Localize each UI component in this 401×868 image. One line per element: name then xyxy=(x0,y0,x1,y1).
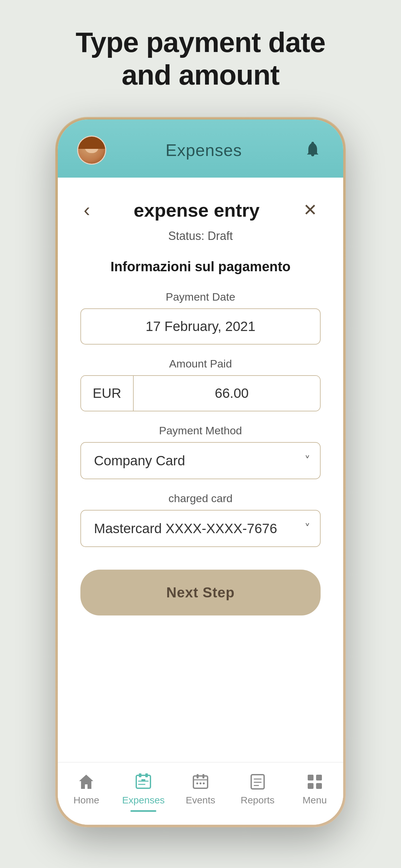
svg-rect-21 xyxy=(316,783,322,789)
nav-menu-label: Menu xyxy=(303,795,327,806)
svg-rect-15 xyxy=(254,779,261,779)
payment-date-field-group: Payment Date xyxy=(81,290,320,345)
svg-rect-2 xyxy=(139,773,142,777)
svg-rect-18 xyxy=(308,775,313,780)
svg-rect-6 xyxy=(142,779,145,781)
svg-rect-9 xyxy=(197,774,198,779)
amount-field-group: Amount Paid EUR xyxy=(81,358,320,411)
app-header: Expenses xyxy=(58,120,343,178)
payment-method-field-group: Payment Method Company Card Personal Car… xyxy=(81,424,320,479)
svg-rect-1 xyxy=(136,775,150,788)
nav-item-home[interactable]: Home xyxy=(58,772,115,812)
nav-item-reports[interactable]: Reports xyxy=(229,772,286,812)
menu-icon xyxy=(305,772,325,792)
svg-point-13 xyxy=(203,782,205,784)
charged-card-label: charged card xyxy=(81,492,320,505)
home-icon xyxy=(76,772,96,792)
form-title: expense entry xyxy=(134,199,259,221)
nav-reports-label: Reports xyxy=(241,795,274,806)
svg-point-0 xyxy=(311,142,314,144)
reports-icon xyxy=(248,772,267,792)
section-title: Informazioni sul pagamento xyxy=(111,259,290,275)
header-title: Expenses xyxy=(166,141,242,160)
payment-method-select[interactable]: Company Card Personal Card Cash xyxy=(81,443,320,478)
next-step-button[interactable]: Next Step xyxy=(81,569,320,616)
bell-icon[interactable] xyxy=(301,139,324,161)
payment-method-label: Payment Method xyxy=(81,424,320,437)
phone-wrapper: Expenses ‹ expense entry ✕ Status: Draft… xyxy=(55,117,346,827)
page-title: Type payment date and amount xyxy=(75,26,326,91)
expenses-icon xyxy=(134,772,153,792)
svg-point-12 xyxy=(199,782,202,784)
avatar[interactable] xyxy=(77,135,106,165)
amount-input[interactable] xyxy=(134,376,320,411)
currency-label: EUR xyxy=(81,376,134,411)
nav-home-label: Home xyxy=(73,795,99,806)
nav-expenses-label: Expenses xyxy=(122,795,165,806)
svg-rect-20 xyxy=(308,783,313,789)
payment-date-label: Payment Date xyxy=(81,290,320,303)
content-area: ‹ expense entry ✕ Status: Draft Informaz… xyxy=(58,178,343,762)
svg-point-11 xyxy=(196,782,198,784)
svg-rect-3 xyxy=(145,773,148,777)
charged-card-select-wrapper: Mastercard XXXX-XXXX-7676 Visa XXXX-XXXX… xyxy=(81,510,320,547)
nav-item-events[interactable]: Events xyxy=(172,772,229,812)
form-header: ‹ expense entry ✕ xyxy=(81,197,320,223)
nav-item-menu[interactable]: Menu xyxy=(286,772,343,812)
svg-rect-10 xyxy=(203,774,204,779)
svg-rect-7 xyxy=(193,776,208,788)
status-text: Status: Draft xyxy=(168,229,233,243)
payment-date-input[interactable] xyxy=(81,308,320,345)
bottom-nav: Home Expenses xyxy=(58,762,343,825)
charged-card-field-group: charged card Mastercard XXXX-XXXX-7676 V… xyxy=(81,492,320,547)
nav-item-expenses[interactable]: Expenses xyxy=(115,772,172,812)
payment-method-select-wrapper: Company Card Personal Card Cash ˅ xyxy=(81,442,320,479)
back-button[interactable]: ‹ xyxy=(81,197,93,223)
nav-events-label: Events xyxy=(186,795,215,806)
charged-card-select[interactable]: Mastercard XXXX-XXXX-7676 Visa XXXX-XXXX… xyxy=(81,510,320,547)
amount-row: EUR xyxy=(81,375,320,411)
amount-paid-label: Amount Paid xyxy=(81,358,320,370)
events-icon xyxy=(191,772,210,792)
svg-rect-16 xyxy=(254,782,261,783)
svg-rect-19 xyxy=(316,775,322,780)
svg-rect-17 xyxy=(254,785,259,786)
close-button[interactable]: ✕ xyxy=(300,197,320,223)
